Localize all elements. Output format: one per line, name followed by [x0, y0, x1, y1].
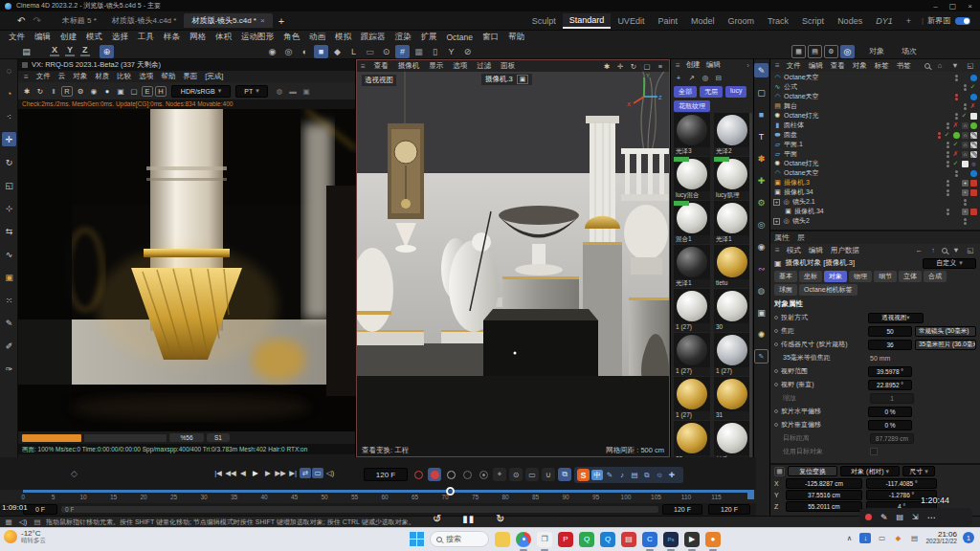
redtag-tag-icon[interactable] — [970, 209, 977, 215]
netease-app-icon[interactable]: ▤ — [621, 532, 636, 547]
attribute-tab-chip[interactable]: 立体 — [899, 271, 922, 282]
axis-toggle-y[interactable]: Y — [65, 45, 75, 56]
object-row[interactable]: ✺Octane灯光✓◎ — [770, 159, 980, 168]
texture-tag-icon[interactable] — [970, 151, 977, 158]
visibility-dots[interactable] — [964, 218, 967, 225]
attribute-tab-chip[interactable]: 对象 — [824, 271, 847, 282]
media-app-icon[interactable]: ▶ — [684, 532, 700, 547]
chrome-app-icon[interactable] — [516, 532, 531, 547]
object-name[interactable]: 舞台 — [784, 101, 797, 111]
attribute-extra-dropdown[interactable]: 35毫米照片 (36.0毫米) — [915, 340, 976, 350]
octane-tag-icon[interactable] — [970, 75, 977, 81]
clay-mode-icon[interactable]: ▣ — [115, 86, 126, 97]
render-ball-icon[interactable]: ● — [101, 86, 113, 97]
expander-icon[interactable]: + — [773, 218, 780, 225]
next-frame-icon[interactable]: ▶ — [262, 468, 274, 478]
hamburger-icon[interactable]: ≡ — [772, 61, 783, 70]
sound-icon[interactable]: ◁) — [324, 468, 336, 478]
timeline-ruler[interactable]: 0510152025303540455055606570758085909510… — [0, 490, 756, 503]
photoshop-app-icon[interactable]: Ps — [663, 532, 679, 547]
volume-icon[interactable]: ◎ — [754, 217, 768, 231]
octane-menu-item[interactable]: 材质 — [91, 72, 113, 81]
rec-parameter-button[interactable]: ∪ — [542, 468, 555, 481]
phong-tag-icon[interactable]: ∩ — [962, 142, 969, 148]
visibility-dots[interactable] — [955, 113, 958, 120]
visibility-dots[interactable] — [964, 103, 967, 110]
material-tile[interactable]: 光泽1 — [714, 201, 750, 244]
attribute-value-field[interactable]: 透视视图 ▾ — [868, 313, 924, 323]
record-dot-icon[interactable] — [865, 514, 872, 520]
keyframe-button[interactable] — [444, 468, 457, 481]
attribute-value-field[interactable]: 36 — [868, 340, 912, 350]
sketch-icon[interactable]: ✑ — [2, 362, 16, 376]
camera-btn-icon[interactable]: ▣ — [301, 86, 312, 97]
check-state-icon[interactable]: ✓ — [969, 83, 977, 91]
workplane-icon[interactable]: ■ — [314, 45, 328, 58]
octane-menu-item[interactable]: 云 — [55, 72, 70, 81]
viewport-layout-icon[interactable]: ▤ — [19, 45, 33, 58]
octane-menu-item[interactable]: 文件 — [33, 72, 55, 81]
forward-30-icon[interactable]: ↻30 — [496, 513, 504, 525]
greenball-tag-icon[interactable] — [970, 122, 977, 129]
object-row[interactable]: +◎镜头2 — [770, 216, 980, 226]
material-tile[interactable]: 光泽2 — [714, 113, 750, 156]
range-end-field-2[interactable]: 120 F — [708, 504, 750, 515]
quantify-icon[interactable]: # — [395, 45, 410, 58]
attribute-checkbox[interactable] — [870, 448, 878, 455]
pick-material-icon[interactable]: ◎ — [700, 73, 711, 83]
keyframe-dot-icon[interactable] — [774, 383, 778, 386]
object-name[interactable]: 平面.1 — [784, 140, 803, 149]
up-icon[interactable]: ↑ — [927, 245, 939, 255]
transfer-icon[interactable]: ⇆ — [2, 224, 16, 238]
material-filter-button[interactable]: lucy — [725, 86, 746, 98]
menu-item[interactable]: 窗口 — [478, 32, 503, 43]
chevron-up-icon[interactable]: ∧ — [843, 533, 855, 543]
zoom-icon[interactable]: ◌ — [2, 63, 16, 77]
snap-enable-icon[interactable]: ◉ — [265, 45, 279, 58]
workspace-tab[interactable]: Standard — [563, 13, 612, 29]
document-tab[interactable]: 材质版-镜头4.c4d * — [104, 13, 185, 28]
attribute-tab-chip[interactable]: 基本 — [774, 271, 797, 282]
scale-icon[interactable]: ◱ — [2, 178, 16, 192]
visibility-dots[interactable] — [955, 75, 958, 81]
attribute-menu-item[interactable]: 用户数据 — [827, 246, 863, 255]
attribute-value-field[interactable]: 1 — [870, 393, 914, 404]
light-icon[interactable]: ✺ — [754, 327, 768, 342]
viewport-menu-item[interactable]: 选项 — [448, 61, 472, 71]
settings-icon[interactable]: ✱ — [601, 61, 612, 72]
camera-icon[interactable]: ▣ — [517, 75, 529, 84]
object-name[interactable]: Octane灯光 — [784, 111, 819, 121]
object-row[interactable]: ◠Octane天空 — [770, 168, 980, 178]
tracker-icon[interactable]: ◉ — [754, 239, 768, 253]
visibility-dots[interactable] — [947, 161, 949, 167]
material-scrollbar[interactable] — [749, 113, 752, 476]
object-menu-item[interactable]: 查看 — [827, 61, 849, 71]
taskbar-search[interactable]: 搜索 — [430, 531, 489, 547]
material-tile[interactable]: 1 (27) — [674, 333, 710, 376]
reset-transform-button[interactable]: 复位变换 — [788, 466, 837, 476]
smooth-icon[interactable]: ∿ — [2, 247, 16, 261]
mograph-icon[interactable]: ✽ — [754, 151, 768, 165]
object-menu-item[interactable]: 对象 — [849, 61, 871, 71]
pan-icon[interactable]: ✛ — [614, 61, 626, 72]
viewport-menu-item[interactable]: 过滤 — [472, 61, 496, 71]
material-tile[interactable]: 1 (27) — [674, 289, 710, 332]
rec-scale-button[interactable]: ⊙ — [509, 468, 523, 481]
workspace-tab[interactable]: Nodes — [831, 14, 869, 28]
autokey-button[interactable] — [428, 468, 441, 481]
tweak-icon[interactable]: ⁖ — [2, 109, 16, 123]
attribute-tab-chip[interactable]: 球面 — [774, 284, 797, 296]
menu-item[interactable]: 角色 — [278, 32, 304, 43]
s-mode-icon[interactable]: 中 — [591, 470, 603, 480]
s-mic-icon[interactable]: ♪ — [616, 470, 628, 480]
texture-tag-icon[interactable] — [970, 142, 977, 148]
material-tile[interactable]: 光泽3 — [674, 113, 710, 156]
object-name[interactable]: 圆盘 — [784, 130, 797, 140]
octane-menu-item[interactable]: 比较 — [113, 72, 135, 81]
key-selection-button[interactable] — [460, 468, 474, 481]
object-row[interactable]: ▱平面✗∩ — [770, 149, 980, 159]
explorer-app-icon[interactable] — [495, 532, 510, 547]
render-settings-icon[interactable]: ⚙ — [824, 45, 838, 58]
redo-icon[interactable]: ↷ — [33, 15, 40, 26]
object-row[interactable]: ⬬圆盘✓∩ — [770, 130, 980, 140]
